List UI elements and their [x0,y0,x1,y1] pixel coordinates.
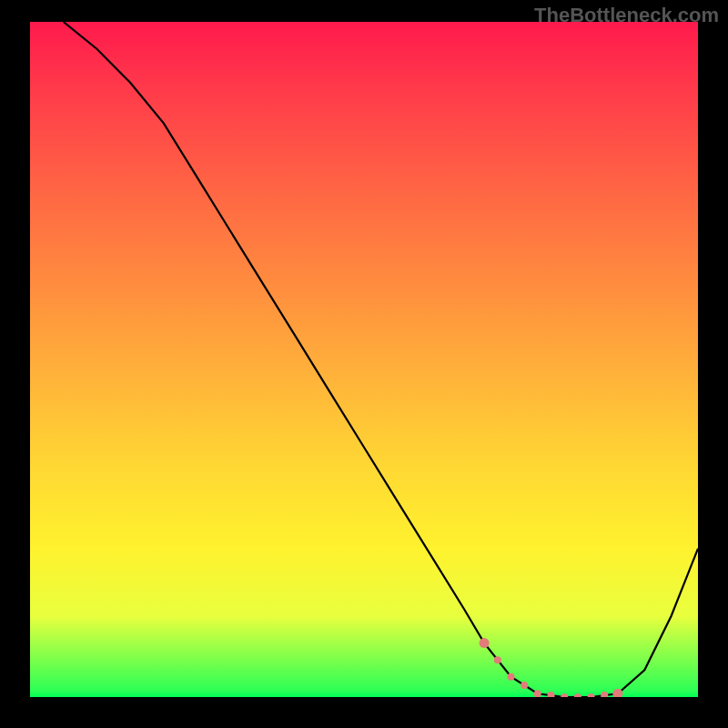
watermark-text: TheBottleneck.com [534,4,719,27]
optimum-dot [548,692,555,697]
optimum-dot [521,682,528,689]
optimum-dot [561,693,568,697]
bottleneck-curve-path [64,22,698,697]
chart-container [30,22,698,697]
optimum-dot [601,692,608,697]
optimum-dot [588,693,595,697]
optimum-dot [574,693,581,697]
optimum-dots [480,638,623,697]
optimum-dot [534,690,541,697]
optimum-dot [494,656,501,663]
optimum-dot [480,638,490,648]
plot-area [30,22,698,697]
bottleneck-curve-svg [30,22,698,697]
optimum-dot [508,673,515,681]
